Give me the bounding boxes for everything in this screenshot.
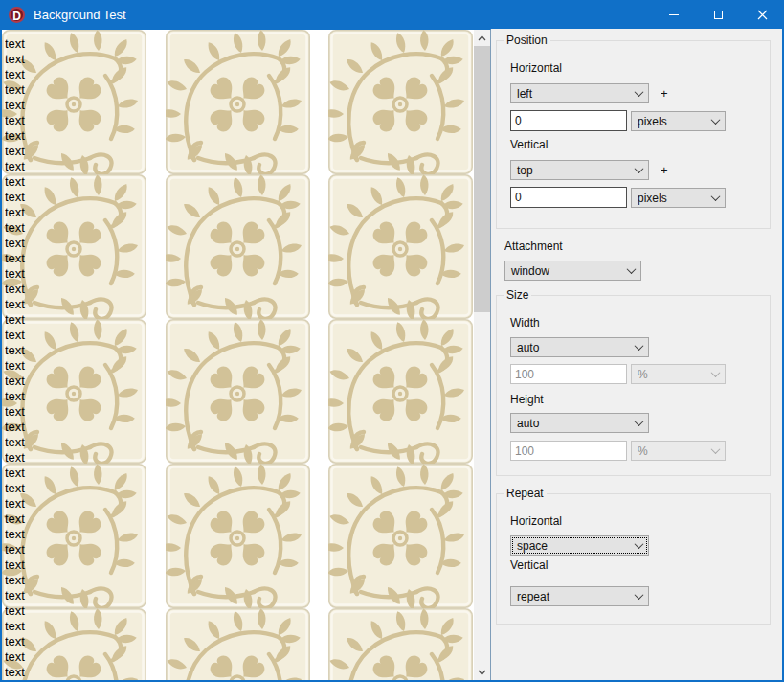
chevron-down-icon [706,371,725,377]
attachment-select[interactable]: window [504,261,641,281]
text-line: text [5,466,196,481]
caption-buttons [652,0,784,29]
close-icon [757,10,768,20]
height-unit-value: % [638,444,706,458]
horizontal-unit-select[interactable]: pixels [631,111,726,131]
text-line: text [5,128,196,144]
width-keyword-value: auto [517,341,629,354]
width-label: Width [510,316,540,330]
ornamental-tile [328,319,473,464]
close-button[interactable] [740,0,784,29]
minimize-button[interactable] [652,0,696,29]
scroll-down-icon [478,670,486,675]
repeat-vertical-label: Vertical [510,558,548,572]
height-amount-input [510,441,627,461]
ornamental-tile [328,464,473,608]
attachment-value: window [511,264,621,278]
width-keyword-select[interactable]: auto [510,337,649,357]
scrollbar-thumb[interactable] [474,46,490,312]
text-line: text [5,527,196,542]
text-line: text [5,343,196,358]
plus-sign: + [661,86,668,101]
text-line: text [5,159,196,174]
window-body: texttexttexttexttexttexttexttexttexttext… [2,29,782,680]
text-line: text [5,557,196,573]
chevron-down-icon [629,593,648,600]
text-line: text [5,297,196,312]
text-line: text [5,481,196,496]
text-line: text [5,266,196,282]
chevron-down-icon [706,194,725,201]
repeat-horizontal-value: space [517,539,629,553]
vertical-unit-select[interactable]: pixels [631,188,726,208]
repeat-vertical-value: repeat [517,590,629,603]
vertical-position-label: Vertical [510,138,548,151]
app-logo-icon: D [9,7,25,23]
text-line: text [5,619,196,634]
scroll-up-icon [478,35,486,41]
text-line: text [5,512,196,527]
text-line: text [5,496,196,512]
text-line: text [5,312,196,328]
text-line: text [5,67,196,82]
text-line: text [5,174,196,190]
text-line: text [5,236,196,251]
plus-sign: + [661,163,668,177]
ornamental-tile [328,174,473,319]
text-line: text [5,404,196,420]
repeat-vertical-select[interactable]: repeat [510,586,649,606]
text-line: text [5,220,196,236]
text-line: text [5,450,196,466]
width-amount-input [510,364,627,384]
horizontal-position-value: left [517,87,629,101]
height-keyword-select[interactable]: auto [510,413,649,433]
text-line: text [5,52,196,67]
vertical-scrollbar[interactable] [474,30,490,680]
text-line: text [5,190,196,205]
horizontal-offset-input[interactable] [510,110,627,131]
maximize-icon [714,11,723,19]
horizontal-position-label: Horizontal [510,61,562,75]
chevron-down-icon [706,447,725,454]
text-line: text [5,205,196,220]
position-group-legend: Position [504,34,550,48]
chevron-down-icon [629,167,648,173]
vertical-position-select[interactable]: top [510,160,649,180]
ornamental-tile [328,30,473,174]
width-unit-select: % [631,364,726,384]
vertical-position-value: top [517,164,629,177]
vertical-unit-value: pixels [638,192,706,205]
text-content: texttexttexttexttexttexttexttexttexttext… [5,30,196,680]
minimize-icon [669,14,679,15]
chevron-down-icon [621,267,640,274]
horizontal-unit-value: pixels [638,115,706,128]
title-bar: D Background Test [0,0,784,29]
logo-letter: D [12,10,21,23]
chevron-down-icon [629,542,648,549]
scroll-down-button[interactable] [474,664,490,680]
text-line: text [5,113,196,128]
text-line: text [5,542,196,557]
size-group-legend: Size [504,288,531,303]
background-preview-pane: texttexttexttexttexttexttexttexttexttext… [2,29,491,680]
scroll-up-button[interactable] [474,30,490,46]
repeat-group-legend: Repeat [504,487,547,501]
text-line: text [5,282,196,297]
horizontal-position-select[interactable]: left [510,83,649,103]
text-line: text [5,82,196,98]
text-line: text [5,634,196,649]
repeat-horizontal-select[interactable]: space [510,535,649,556]
height-keyword-value: auto [517,417,629,430]
text-line: text [5,420,196,435]
text-line: text [5,358,196,374]
window-title: Background Test [34,8,652,22]
chevron-down-icon [629,90,648,97]
chevron-down-icon [629,420,648,426]
vertical-offset-input[interactable] [510,187,627,208]
maximize-button[interactable] [696,0,740,29]
text-line: text [5,251,196,266]
attachment-label: Attachment [504,239,563,253]
text-line: text [5,374,196,389]
text-line: text [5,144,196,159]
repeat-horizontal-label: Horizontal [510,514,562,528]
